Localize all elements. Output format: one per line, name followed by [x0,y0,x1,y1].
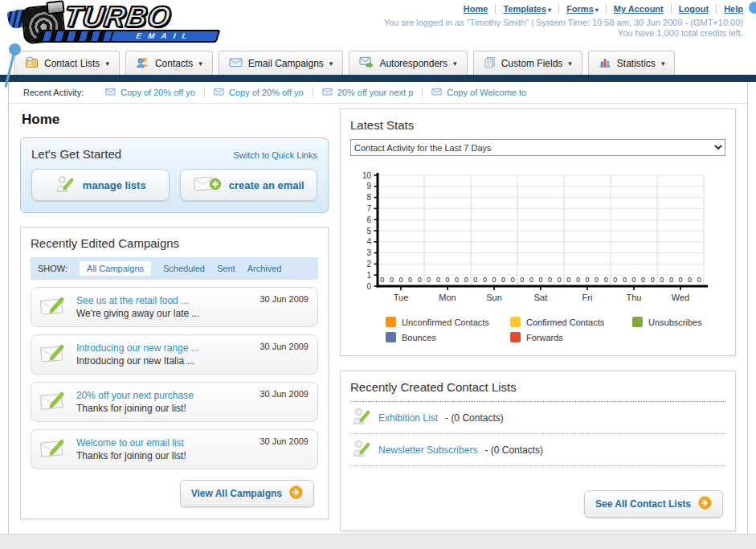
legend-label: Bounces [402,333,436,342]
svg-text:0: 0 [631,276,635,284]
switch-to-quick-links-link[interactable]: Switch to Quick Links [233,150,317,160]
nav-link-label: Logout [679,4,709,14]
svg-text:0: 0 [660,276,664,284]
svg-text:0: 0 [604,276,608,284]
contacts-icon [136,56,149,71]
campaign-title-link[interactable]: See us at the retail food ... [76,295,199,306]
svg-text:0: 0 [436,276,440,284]
contact-list-count: - (0 Contacts) [484,445,543,456]
tab-email-campaigns[interactable]: Email Campaigns ▾ [219,51,344,75]
svg-text:0: 0 [398,276,403,284]
manage-lists-button[interactable]: manage lists [31,169,170,201]
nav-link-label: Help [724,4,743,14]
campaign-title-link[interactable]: 20% off your next purchase [76,390,194,401]
view-all-campaigns-button[interactable]: View All Campaigns [180,480,314,507]
svg-text:Sat: Sat [534,293,548,302]
recently-created-contact-lists-panel: Recently Created Contact Lists Exhibitio… [340,371,736,531]
campaign-date: 30 Jun 2009 [259,294,309,304]
tab-statistics[interactable]: Statistics ▾ [588,51,676,75]
nav-link-logout[interactable]: Logout [671,4,709,14]
legend-swatch-unconfirmed [386,317,396,327]
contact-list-link[interactable]: Exhibition List [378,412,438,424]
campaign-row[interactable]: 20% off your next purchase Thanks for jo… [31,382,318,422]
nav-link-my-account[interactable]: My Account [606,4,664,14]
latest-stats-title: Latest Stats [350,118,725,132]
campaign-subtitle: Introducing our new Italia ... [76,355,199,367]
tab-label: Statistics [617,58,656,69]
see-all-contact-lists-button[interactable]: See All Contact Lists [584,490,723,518]
tab-autoresponders[interactable]: Autoresponders ▾ [349,51,467,75]
envelope-pencil-icon [39,341,68,368]
legend-item: Unsubscribes [632,317,725,327]
svg-text:0: 0 [408,276,412,284]
tab-contact-lists[interactable]: Contact Lists ▾ [14,51,120,75]
tab-contacts[interactable]: Contacts ▾ [125,51,213,75]
left-column: Home Let's Get Started Switch to Quick L… [20,109,329,531]
nav-link-forms[interactable]: Forms▾ [558,4,599,14]
stats-report-select[interactable]: Contact Activity for the Last 7 Days [350,139,725,156]
svg-text:0: 0 [613,276,617,284]
create-email-button[interactable]: create an email [180,169,318,201]
filter-all-campaigns[interactable]: All Campaigns [80,261,151,276]
tab-label: Autoresponders [379,58,447,69]
chart-legend: Unconfirmed Contacts Confirmed Contacts … [386,317,725,342]
recent-activity-item[interactable]: Copy of 20% off yo [204,88,313,97]
svg-text:4: 4 [366,237,371,246]
svg-text:0: 0 [501,276,505,284]
campaign-row[interactable]: See us at the retail food ... We're givi… [31,287,318,327]
recent-activity-item[interactable]: 20% off your next p [313,88,423,97]
svg-text:6: 6 [366,215,371,224]
svg-text:0: 0 [366,282,371,291]
get-started-panel: Let's Get Started Switch to Quick Links … [20,137,329,213]
get-started-buttons: manage lists create an email [31,169,317,201]
chevron-down-icon: ▾ [198,59,202,68]
get-started-title: Let's Get Started [31,147,121,161]
legend-swatch-unsubscribes [632,317,643,327]
envelope-arrow-icon [359,56,374,70]
svg-text:0: 0 [380,276,384,284]
top-nav: Home Templates▾ Forms▾ My Account Logout… [384,4,743,14]
svg-text:0: 0 [623,276,627,284]
nav-link-label: My Account [614,4,664,14]
recent-activity-item[interactable]: Copy of Welcome to [422,88,535,97]
campaign-title-link[interactable]: Welcome to our email list [76,437,186,449]
nav-link-label: Templates [503,4,546,14]
tab-label: Contacts [155,58,193,69]
campaign-title-link[interactable]: Introducing our new range ... [76,342,199,354]
arrow-circle-icon [698,496,712,512]
address-book-icon [25,56,39,71]
logo-email-bar: EMAIL [35,30,220,43]
logo-stripes [37,31,114,41]
campaign-row[interactable]: Welcome to our email list Thanks for joi… [31,429,318,469]
svg-text:0: 0 [390,276,394,284]
recent-activity-item[interactable]: Copy of 20% off yo [96,88,204,97]
nav-link-home[interactable]: Home [456,4,488,14]
nav-link-templates[interactable]: Templates▾ [495,4,551,14]
contact-list-row[interactable]: Newsletter Subscribers - (0 Contacts) [350,434,725,466]
legend-swatch-confirmed [510,317,521,327]
svg-text:0: 0 [418,276,422,284]
envelope-plus-icon [193,174,222,197]
svg-text:9: 9 [366,182,371,191]
contact-activity-chart: 01234567891000000Tue00000Mon00000Sun0000… [350,167,712,310]
campaign-row[interactable]: Introducing our new range ... Introducin… [31,334,318,375]
chevron-down-icon: ▾ [105,59,109,68]
turbo-email-logo[interactable]: TURBO EMAIL [6,2,223,48]
legend-label: Forwards [526,333,563,342]
filter-archived[interactable]: Archived [247,264,282,273]
contact-list-link[interactable]: Newsletter Subscribers [378,445,477,456]
svg-text:8: 8 [366,193,371,202]
svg-text:Tue: Tue [394,293,409,302]
contact-list-row[interactable]: Exhibition List - (0 Contacts) [350,402,725,434]
filter-sent[interactable]: Sent [217,264,235,273]
footer-strip [0,534,756,549]
nav-link-help[interactable]: Help [716,4,743,14]
tab-custom-fields[interactable]: Custom Fields ▾ [473,51,582,75]
view-all-campaigns-label: View All Campaigns [191,488,282,499]
envelope-pencil-icon [39,388,68,416]
legend-label: Unsubscribes [648,318,702,327]
main-nav-tabs: Contact Lists ▾ Contacts ▾ Email Campaig… [0,50,756,75]
filter-scheduled[interactable]: Scheduled [163,264,205,273]
legend-item: Bounces [386,332,510,342]
svg-text:0: 0 [464,276,468,284]
